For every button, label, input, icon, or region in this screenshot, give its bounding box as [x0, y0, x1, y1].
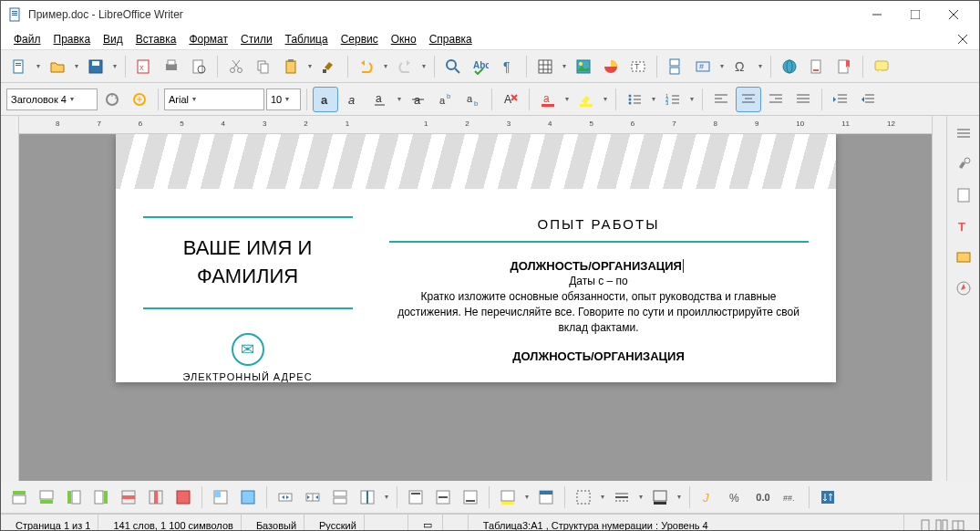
- split-table-button[interactable]: [327, 484, 353, 510]
- font-color-button[interactable]: a: [535, 87, 561, 112]
- number-format-standard-button[interactable]: ##.: [778, 484, 803, 510]
- borders-button[interactable]: [571, 484, 596, 510]
- export-pdf-button[interactable]: X: [131, 54, 157, 79]
- align-center-button[interactable]: [736, 87, 761, 112]
- insert-footnote-button[interactable]: [804, 54, 830, 79]
- update-style-button[interactable]: [99, 87, 125, 112]
- status-table-info[interactable]: Таблица3:A1 , Структура нумерации : Уров…: [476, 515, 904, 531]
- strikethrough-button[interactable]: a: [406, 87, 431, 112]
- print-button[interactable]: [159, 54, 184, 79]
- menu-edit[interactable]: Правка: [48, 31, 97, 47]
- menu-table[interactable]: Таблица: [280, 31, 334, 47]
- document-page[interactable]: ВАШЕ ИМЯ И ФАМИЛИЯ ✉ ЭЛЕКТРОННЫЙ АДРЕС О…: [116, 134, 836, 382]
- clear-formatting-button[interactable]: A: [498, 87, 523, 112]
- find-replace-button[interactable]: [440, 54, 466, 79]
- save-button[interactable]: [83, 54, 108, 79]
- increase-indent-button[interactable]: [828, 87, 853, 112]
- menu-styles[interactable]: Стили: [235, 31, 278, 47]
- status-style[interactable]: Базовый: [249, 515, 304, 531]
- view-book-icon[interactable]: [952, 519, 965, 532]
- close-document-button[interactable]: [954, 30, 972, 48]
- menu-insert[interactable]: Вставка: [130, 31, 182, 47]
- copy-button[interactable]: [251, 54, 276, 79]
- page-icon[interactable]: [952, 183, 975, 207]
- insert-bookmark-button[interactable]: [831, 54, 857, 79]
- print-preview-button[interactable]: [186, 54, 211, 79]
- bgcolor-dropdown[interactable]: ▾: [522, 493, 531, 501]
- table-dropdown[interactable]: ▾: [560, 62, 569, 70]
- field-dropdown[interactable]: ▾: [717, 62, 727, 70]
- redo-button[interactable]: [392, 54, 418, 79]
- insert-table-button[interactable]: [532, 54, 558, 79]
- italic-button[interactable]: a: [340, 87, 366, 112]
- highlight-dropdown[interactable]: ▾: [601, 95, 610, 103]
- clone-formatting-button[interactable]: [316, 54, 342, 79]
- horizontal-ruler[interactable]: 87654321123456789101112: [19, 116, 932, 134]
- insert-comment-button[interactable]: [869, 54, 894, 79]
- select-cell-button[interactable]: [208, 484, 233, 510]
- status-page[interactable]: Страница 1 из 1: [8, 515, 98, 531]
- insert-row-above-button[interactable]: [6, 484, 32, 510]
- font-size-combo[interactable]: 10▾: [266, 88, 301, 110]
- delete-row-button[interactable]: [116, 484, 141, 510]
- cut-button[interactable]: [223, 54, 249, 79]
- close-button[interactable]: [935, 2, 972, 27]
- formatting-marks-button[interactable]: ¶: [495, 54, 521, 79]
- resume-name[interactable]: ВАШЕ ИМЯ И ФАМИЛИЯ: [143, 216, 353, 309]
- merge-cells-button[interactable]: [273, 484, 298, 510]
- view-multi-icon[interactable]: [935, 519, 948, 532]
- vertical-ruler[interactable]: [1, 116, 19, 481]
- new-style-button[interactable]: [127, 87, 152, 112]
- insert-page-break-button[interactable]: [663, 54, 688, 79]
- bullet-dropdown[interactable]: ▾: [649, 95, 658, 103]
- menu-tools[interactable]: Сервис: [335, 31, 384, 47]
- borders-dropdown[interactable]: ▾: [598, 493, 607, 501]
- job1-dates[interactable]: Даты с – по: [389, 275, 809, 287]
- delete-col-button[interactable]: [143, 484, 169, 510]
- insert-field-button[interactable]: #: [690, 54, 716, 79]
- select-table-button[interactable]: [235, 484, 261, 510]
- insert-row-below-button[interactable]: [34, 484, 59, 510]
- status-selection-mode[interactable]: ▭: [416, 515, 443, 531]
- status-signature[interactable]: [450, 515, 469, 531]
- insert-textbox-button[interactable]: T: [625, 54, 651, 79]
- autoformat-button[interactable]: [533, 484, 559, 510]
- styles-icon[interactable]: T: [952, 214, 975, 238]
- menu-file[interactable]: Файл: [8, 31, 46, 47]
- view-single-icon[interactable]: [919, 519, 932, 532]
- undo-dropdown[interactable]: ▾: [381, 62, 390, 70]
- insert-symbol-button[interactable]: Ω: [728, 54, 754, 79]
- bordercolor-dropdown[interactable]: ▾: [675, 493, 684, 501]
- status-words[interactable]: 141 слов, 1 100 символов: [106, 515, 241, 531]
- redo-dropdown[interactable]: ▾: [419, 62, 428, 70]
- align-right-button[interactable]: [763, 87, 789, 112]
- menu-view[interactable]: Вид: [98, 31, 129, 47]
- new-button[interactable]: [6, 54, 32, 79]
- split-cells-button[interactable]: [300, 484, 325, 510]
- align-left-button[interactable]: [708, 87, 734, 112]
- number-format-decimal-button[interactable]: 0.0: [750, 484, 776, 510]
- insert-chart-button[interactable]: [598, 54, 624, 79]
- gallery-icon[interactable]: [952, 245, 975, 269]
- borderstyle-dropdown[interactable]: ▾: [636, 493, 645, 501]
- maximize-button[interactable]: [897, 2, 934, 27]
- menu-window[interactable]: Окно: [386, 31, 422, 47]
- number-format-currency-button[interactable]: J: [696, 484, 721, 510]
- cell-align-center-button[interactable]: [430, 484, 456, 510]
- number-format-percent-button[interactable]: %: [723, 484, 748, 510]
- vertical-scrollbar[interactable]: [932, 116, 946, 481]
- symbol-dropdown[interactable]: ▾: [756, 62, 765, 70]
- underline-button[interactable]: a: [367, 87, 393, 112]
- status-language[interactable]: Русский: [312, 515, 365, 531]
- email-label[interactable]: ЭЛЕКТРОННЫЙ АДРЕС: [143, 371, 353, 382]
- highlight-button[interactable]: [573, 87, 599, 112]
- sidebar-settings-icon[interactable]: [952, 121, 975, 145]
- menu-help[interactable]: Справка: [424, 31, 478, 47]
- properties-icon[interactable]: [952, 152, 975, 176]
- save-dropdown[interactable]: ▾: [110, 62, 119, 70]
- navigator-icon[interactable]: [952, 276, 975, 300]
- border-color-button[interactable]: [647, 484, 673, 510]
- insert-image-button[interactable]: [571, 54, 596, 79]
- experience-heading[interactable]: ОПЫТ РАБОТЫ: [389, 216, 809, 243]
- minimize-button[interactable]: [859, 2, 895, 27]
